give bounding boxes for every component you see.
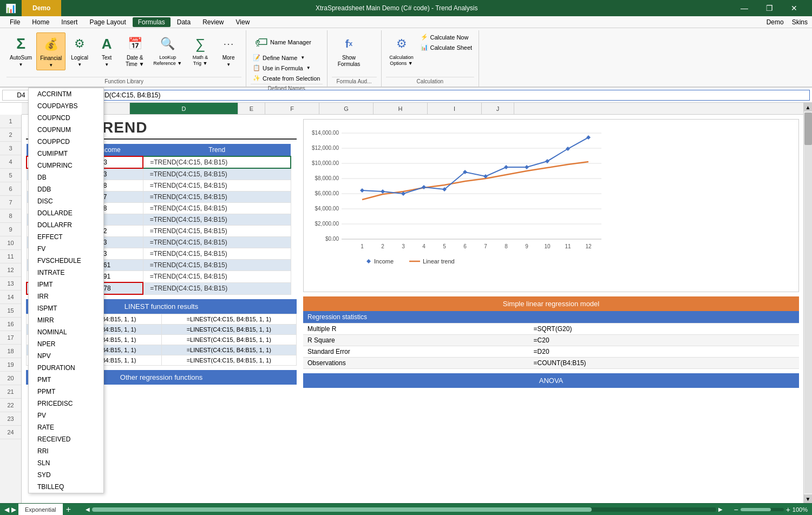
reg-value-obs[interactable]: =COUNT(B4:B15) [529,358,799,369]
cell-trend-1[interactable]: =TREND(C4:C15, B4:B15) [143,156,291,168]
dropdown-item-nominal[interactable]: NOMINAL [29,326,103,338]
linest-cell-2-2[interactable]: =LINEST(C4:C15, B4:B15, 1, 1) [161,325,297,335]
dropdown-item-mirr[interactable]: MIRR [29,314,103,326]
cell-trend-6[interactable]: =TREND(C4:C15, B4:B15) [143,214,291,226]
maximize-button[interactable]: ❐ [757,0,782,16]
name-manager-button[interactable]: 🏷 Name Manager [251,32,316,52]
dropdown-item-rri[interactable]: RRI [29,445,103,457]
dropdown-item-pduration[interactable]: PDURATION [29,362,103,374]
calc-now-button[interactable]: ⚡ Calculate Now [418,32,475,42]
mathtrig-button[interactable]: ∑ Math &Trig ▼ [186,32,214,68]
financial-button[interactable]: 💰 Financial▼ [36,32,66,70]
define-name-button[interactable]: 📝 Define Name ▼ [251,53,322,62]
add-sheet-button[interactable]: + [63,504,75,516]
cell-trend-3[interactable]: =TREND(C4:C15, B4:B15) [143,180,291,192]
cell-trend-12[interactable]: =TREND(C4:C15, B4:B15) [143,282,291,294]
dropdown-item-tbilleq[interactable]: TBILLEQ [29,481,103,493]
dropdown-item-effect[interactable]: EFFECT [29,231,103,243]
dropdown-item-sln[interactable]: SLN [29,457,103,469]
dropdown-item-dollarfr[interactable]: DOLLARFR [29,219,103,231]
dropdown-item-ipmt[interactable]: IPMT [29,279,103,290]
autosum-button[interactable]: Σ AutoSum▼ [6,32,35,69]
zoom-slider-track[interactable] [741,508,784,511]
menu-demo[interactable]: Demo [767,18,784,26]
dropdown-item-disc[interactable]: DISC [29,195,103,207]
reg-value-stderr[interactable]: =D20 [529,346,799,358]
text-button[interactable]: A Text▼ [94,32,120,69]
dropdown-item-syd[interactable]: SYD [29,469,103,481]
dropdown-item-rate[interactable]: RATE [29,421,103,433]
menu-review[interactable]: Review [197,17,229,27]
reg-value-rsquare[interactable]: =C20 [529,335,799,346]
menu-pagelayout[interactable]: Page Layout [84,17,131,27]
dropdown-item-fvschedule[interactable]: FVSCHEDULE [29,255,103,267]
calc-sheet-button[interactable]: 📊 Calculate Sheet [418,43,475,52]
dropdown-item-db[interactable]: DB [29,171,103,183]
menu-view[interactable]: View [231,17,256,27]
menu-home[interactable]: Home [27,17,55,27]
calc-options-button[interactable]: ⚙ CalculationOptions ▼ [386,32,417,68]
formula-input[interactable] [79,90,810,101]
datetime-button[interactable]: 📅 Date &Time ▼ [121,32,149,69]
demo-button[interactable]: Demo [22,0,61,16]
linest-cell-1-2[interactable]: =LINEST(C4:C15, B4:B15, 1, 1) [161,314,297,325]
dropdown-item-dollarde[interactable]: DOLLARDE [29,207,103,219]
menu-data[interactable]: Data [172,17,196,27]
use-formula-button[interactable]: 📋 Use in Formula ▼ [251,63,322,72]
reg-value-multpler[interactable]: =SQRT(G20) [529,323,799,335]
cell-trend-9[interactable]: =TREND(C4:C15, B4:B15) [143,248,291,260]
dropdown-item-coupdaybs[interactable]: COUPDAYBS [29,100,103,112]
show-formulas-button[interactable]: fx ShowFormulas [332,32,366,69]
dropdown-item-received[interactable]: RECEIVED [29,433,103,445]
dropdown-item-ppmt[interactable]: PPMT [29,386,103,398]
dropdown-item-coupnum[interactable]: COUPNUM [29,124,103,136]
dropdown-item-nper[interactable]: NPER [29,338,103,350]
dropdown-item-npv[interactable]: NPV [29,350,103,362]
create-from-button[interactable]: ✨ Create from Selection [251,74,322,83]
dropdown-item-fv[interactable]: FV [29,243,103,255]
cell-trend-8[interactable]: =TREND(C4:C15, B4:B15) [143,237,291,248]
close-button[interactable]: ✕ [782,0,807,16]
menu-insert[interactable]: Insert [56,17,83,27]
cell-trend-2[interactable]: =TREND(C4:C15, B4:B15) [143,168,291,180]
lookup-button[interactable]: 🔍 LooKupReference ▼ [150,32,185,68]
scroll-right-button[interactable]: ▶ [718,506,723,512]
menu-file[interactable]: File [4,17,25,27]
scroll-thumb[interactable] [804,113,812,145]
dropdown-item-pmt[interactable]: PMT [29,374,103,386]
dropdown-item-cumipmt[interactable]: CUMIPMT [29,148,103,160]
zoom-increase-button[interactable]: + [786,505,790,514]
dropdown-item-pricedisc[interactable]: PRICEDISC [29,398,103,410]
dropdown-item-cumprinc[interactable]: CUMPRINC [29,160,103,171]
more-button[interactable]: ⋯ More▼ [215,32,241,69]
menu-formulas[interactable]: Formulas [133,17,171,27]
zoom-slider-thumb[interactable] [741,508,771,511]
scroll-track[interactable] [804,113,812,493]
horizontal-scrollbar[interactable]: ◀ ▶ [86,506,723,512]
cell-trend-11[interactable]: =TREND(C4:C15, B4:B15) [143,271,291,283]
dropdown-item-intrate[interactable]: INTRATE [29,267,103,279]
dropdown-item-couppcd[interactable]: COUPPCD [29,136,103,148]
dropdown-item-ddb[interactable]: DDB [29,183,103,195]
cell-trend-7[interactable]: =TREND(C4:C15, B4:B15) [143,226,291,237]
linest-cell-5-2[interactable]: =LINEST(C4:C15, B4:B15, 1, 1) [161,355,297,366]
minimize-button[interactable]: — [732,0,757,16]
linest-cell-3-2[interactable]: =LINEST(C4:C15, B4:B15, 1, 1) [161,335,297,345]
scroll-up-button[interactable]: ▲ [804,103,813,111]
menu-skins[interactable]: Skins [792,18,808,26]
cell-trend-5[interactable]: =TREND(C4:C15, B4:B15) [143,203,291,214]
dropdown-item-accrintm[interactable]: ACCRINTM [29,88,103,100]
scroll-left-button[interactable]: ◀ [86,506,90,512]
dropdown-item-ispmt[interactable]: ISPMT [29,302,103,314]
dropdown-item-irr[interactable]: IRR [29,290,103,302]
linest-cell-4-2[interactable]: =LINEST(C4:C15, B4:B15, 1, 1) [161,345,297,355]
logical-button[interactable]: ⚙ Logical▼ [67,32,93,69]
sheet-nav-left[interactable]: ◀ [4,506,9,513]
scroll-down-button[interactable]: ▼ [804,494,813,503]
zoom-decrease-button[interactable]: − [734,505,738,514]
cell-trend-4[interactable]: =TREND(C4:C15, B4:B15) [143,192,291,203]
h-scroll-thumb[interactable] [92,507,592,512]
vertical-scrollbar[interactable]: ▲ ▼ [803,103,812,503]
h-scroll-track[interactable] [92,507,717,512]
dropdown-item-coupncd[interactable]: COUPNCD [29,112,103,124]
